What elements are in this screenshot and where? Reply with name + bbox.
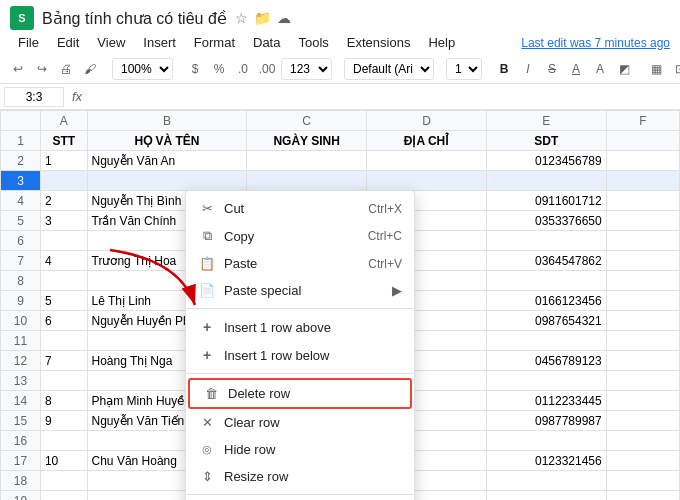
col-header-b[interactable]: B [87,111,247,131]
cell-12f[interactable] [606,351,679,371]
cell-7e[interactable]: 0364547862 [486,251,606,271]
cell-14e[interactable]: 0112233445 [486,391,606,411]
zoom-select[interactable]: 100% [112,58,173,80]
col-header-c[interactable]: C [247,111,367,131]
font-size-select[interactable]: 10 [446,58,482,80]
percent-button[interactable]: % [209,60,229,78]
decimal-decrease-button[interactable]: .0 [233,60,253,78]
cell-2d[interactable] [367,151,487,171]
cell-14a[interactable]: 8 [40,391,87,411]
cell-3b[interactable] [87,171,247,191]
cloud-icon[interactable]: ☁ [277,10,291,26]
cell-reference-input[interactable] [4,87,64,107]
cell-19e[interactable] [486,491,606,501]
ctx-copy[interactable]: ⧉ Copy Ctrl+C [186,222,414,250]
cell-1b[interactable]: HỌ VÀ TÊN [87,131,247,151]
ctx-paste[interactable]: 📋 Paste Ctrl+V [186,250,414,277]
cell-3f[interactable] [606,171,679,191]
cell-6e[interactable] [486,231,606,251]
cell-7f[interactable] [606,251,679,271]
col-header-f[interactable]: F [606,111,679,131]
ctx-clear-row[interactable]: ✕ Clear row [186,409,414,436]
menu-view[interactable]: View [89,32,133,53]
cell-12a[interactable]: 7 [40,351,87,371]
fill-color-button[interactable]: ◩ [614,60,634,78]
cell-19a[interactable] [40,491,87,501]
menu-insert[interactable]: Insert [135,32,184,53]
borders-button[interactable]: ▦ [646,60,666,78]
menu-edit[interactable]: Edit [49,32,87,53]
cell-9a[interactable]: 5 [40,291,87,311]
formula-input[interactable] [90,90,676,104]
star-icon[interactable]: ☆ [235,10,248,26]
cell-18f[interactable] [606,471,679,491]
cell-12e[interactable]: 0456789123 [486,351,606,371]
decimal-increase-button[interactable]: .00 [257,60,277,78]
cell-7a[interactable]: 4 [40,251,87,271]
cell-9e[interactable]: 0166123456 [486,291,606,311]
undo-button[interactable]: ↩ [8,60,28,78]
cell-4e[interactable]: 0911601712 [486,191,606,211]
cell-19f[interactable] [606,491,679,501]
doc-title[interactable]: Bảng tính chưa có tiêu đề [42,9,227,28]
print-button[interactable]: 🖨 [56,60,76,78]
cell-2f[interactable] [606,151,679,171]
cell-3e[interactable] [486,171,606,191]
cell-1e[interactable]: SDT [486,131,606,151]
cell-13a[interactable] [40,371,87,391]
cell-17f[interactable] [606,451,679,471]
cell-17a[interactable]: 10 [40,451,87,471]
cell-8a[interactable] [40,271,87,291]
cell-6f[interactable] [606,231,679,251]
menu-format[interactable]: Format [186,32,243,53]
ctx-paste-special[interactable]: 📄 Paste special ▶ [186,277,414,304]
col-header-a[interactable]: A [40,111,87,131]
cell-1a[interactable]: STT [40,131,87,151]
col-header-e[interactable]: E [486,111,606,131]
ctx-insert-row-below[interactable]: + Insert 1 row below [186,341,414,369]
ctx-cut[interactable]: ✂ Cut Ctrl+X [186,195,414,222]
ctx-hide-row[interactable]: ◎ Hide row [186,436,414,463]
cell-13f[interactable] [606,371,679,391]
italic-button[interactable]: I [518,60,538,78]
underline-button[interactable]: A [566,60,586,78]
cell-2c[interactable] [247,151,367,171]
redo-button[interactable]: ↪ [32,60,52,78]
menu-tools[interactable]: Tools [290,32,336,53]
currency-button[interactable]: $ [185,60,205,78]
cell-16a[interactable] [40,431,87,451]
cell-6a[interactable] [40,231,87,251]
cell-10a[interactable]: 6 [40,311,87,331]
cell-18e[interactable] [486,471,606,491]
cell-10e[interactable]: 0987654321 [486,311,606,331]
cell-18a[interactable] [40,471,87,491]
ctx-resize-row[interactable]: ⇕ Resize row [186,463,414,490]
col-header-d[interactable]: D [367,111,487,131]
strikethrough-button[interactable]: S [542,60,562,78]
cell-16e[interactable] [486,431,606,451]
cell-3d[interactable] [367,171,487,191]
cell-15e[interactable]: 0987789987 [486,411,606,431]
ctx-delete-row[interactable]: 🗑 Delete row [188,378,412,409]
cell-4f[interactable] [606,191,679,211]
cell-11a[interactable] [40,331,87,351]
cell-13e[interactable] [486,371,606,391]
ctx-insert-row-above[interactable]: + Insert 1 row above [186,313,414,341]
cell-17e[interactable]: 0123321456 [486,451,606,471]
font-family-select[interactable]: Default (Ari... [344,58,434,80]
cell-15a[interactable]: 9 [40,411,87,431]
last-edit-label[interactable]: Last edit was 7 minutes ago [521,36,670,50]
merge-button[interactable]: ⊡ [670,60,680,78]
cell-11f[interactable] [606,331,679,351]
cell-16f[interactable] [606,431,679,451]
cell-8f[interactable] [606,271,679,291]
format-select[interactable]: 123 [281,58,332,80]
cell-2b[interactable]: Nguyễn Văn An [87,151,247,171]
cell-14f[interactable] [606,391,679,411]
cell-5a[interactable]: 3 [40,211,87,231]
cell-2e[interactable]: 0123456789 [486,151,606,171]
text-color-button[interactable]: A [590,60,610,78]
folder-icon[interactable]: 📁 [254,10,271,26]
cell-1f[interactable] [606,131,679,151]
bold-button[interactable]: B [494,60,514,78]
